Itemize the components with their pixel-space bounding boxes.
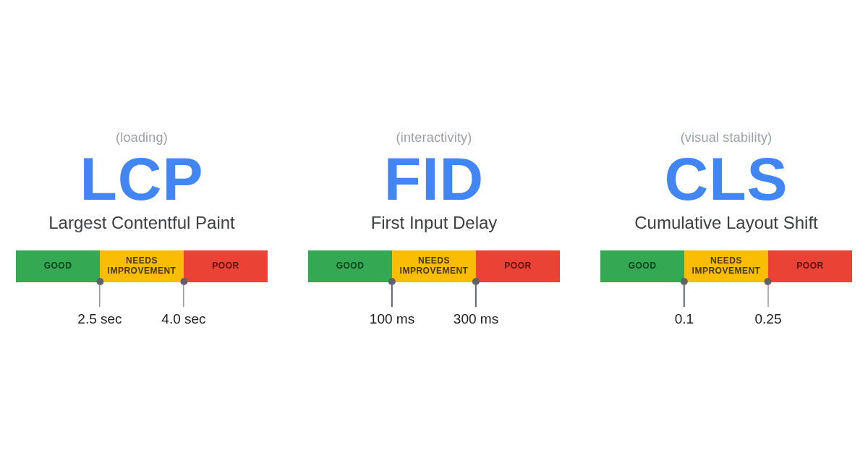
metrics-row: (loading) LCP Largest Contentful Paint G… [0,130,868,325]
tick-stem-icon [391,285,393,307]
threshold-ticks: 100 ms 300 ms [308,282,560,326]
threshold-label: 4.0 sec [161,311,205,327]
threshold-tick: 300 ms [454,278,498,327]
threshold-bar: GOOD NEEDS IMPROVEMENT POOR [16,250,268,282]
threshold-label: 300 ms [454,311,498,327]
tick-dot-icon [96,278,103,285]
tick-stem-icon [183,285,184,307]
threshold-ticks: 0.1 0.25 [600,282,852,326]
metric-cls: (visual stability) CLS Cumulative Layout… [600,130,852,325]
metric-abbr: FID [384,147,484,211]
threshold-tick: 0.1 [675,278,694,327]
tick-dot-icon [180,278,187,285]
threshold-label: 100 ms [370,311,414,327]
metric-fid: (interactivity) FID First Input Delay GO… [308,130,560,325]
metric-abbr: CLS [665,147,788,211]
metric-fullname: Largest Contentful Paint [48,213,235,233]
metric-category: (interactivity) [396,130,472,145]
threshold-tick: 0.25 [754,278,781,327]
tick-stem-icon [475,285,477,307]
threshold-bar: GOOD NEEDS IMPROVEMENT POOR [308,250,560,282]
threshold-ticks: 2.5 sec 4.0 sec [16,282,268,326]
threshold-label: 0.25 [754,311,781,327]
metric-category: (visual stability) [681,130,773,145]
threshold-tick: 2.5 sec [77,278,122,327]
tick-stem-icon [99,285,101,307]
metric-category: (loading) [116,130,168,145]
tick-stem-icon [767,285,769,307]
metric-abbr: LCP [80,147,204,211]
threshold-bar: GOOD NEEDS IMPROVEMENT POOR [600,250,852,282]
metric-fullname: Cumulative Layout Shift [634,213,817,233]
tick-stem-icon [684,285,685,307]
threshold-label: 0.1 [675,311,694,327]
tick-dot-icon [765,278,772,285]
tick-dot-icon [388,278,396,285]
metric-fullname: First Input Delay [371,213,498,233]
threshold-tick: 100 ms [370,278,414,327]
tick-dot-icon [472,278,480,285]
threshold-tick: 4.0 sec [161,278,205,327]
tick-dot-icon [681,278,688,285]
threshold-label: 2.5 sec [77,311,122,327]
segment-good: GOOD [600,250,684,282]
metric-lcp: (loading) LCP Largest Contentful Paint G… [16,130,268,325]
